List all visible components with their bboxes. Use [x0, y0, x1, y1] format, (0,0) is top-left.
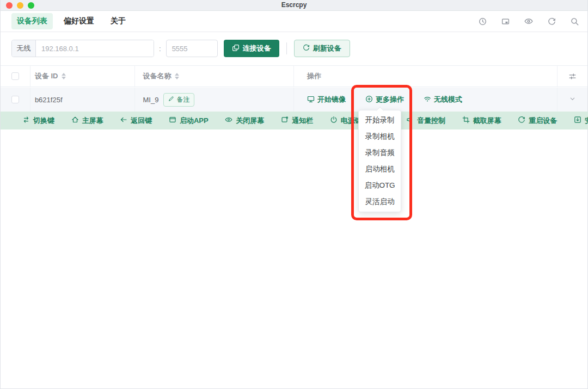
connect-icon [232, 44, 240, 53]
ip-address-input[interactable] [36, 40, 154, 57]
monitor-icon [307, 95, 315, 104]
close-screen-button[interactable]: 关闭屏幕 [225, 116, 264, 126]
launch-app-button[interactable]: 启动APP [169, 116, 209, 126]
app-window: Escrcpy 设备列表 偏好设置 关于 无线 [0, 0, 588, 389]
switch-icon [22, 116, 30, 125]
more-actions-dropdown: 开始录制 录制相机 录制音频 启动相机 启动OTG 灵活启动 [358, 110, 401, 212]
titlebar: Escrcpy [1, 0, 587, 11]
sort-icon[interactable] [62, 73, 66, 79]
menu-item-launch-camera[interactable]: 启动相机 [359, 161, 401, 177]
restart-icon [518, 116, 525, 125]
table-header: 设备 ID 设备名称 操作 [1, 65, 587, 87]
device-id-cell: b621f25f [30, 88, 135, 112]
menu-item-start-recording[interactable]: 开始录制 [359, 112, 401, 128]
column-settings-icon[interactable] [558, 66, 587, 87]
eye-off-icon [225, 116, 232, 125]
switch-keys-button[interactable]: 切换键 [22, 116, 54, 126]
divider [286, 42, 287, 54]
connection-bar: 无线 : 连接设备 刷新设备 [11, 40, 350, 57]
header-actions: 操作 [294, 66, 558, 87]
device-name-cell: MI_9 备注 [135, 88, 294, 112]
back-key-button[interactable]: 返回键 [120, 116, 152, 126]
eye-icon[interactable] [524, 17, 533, 26]
menu-item-launch-otg[interactable]: 启动OTG [359, 177, 401, 194]
tab-preferences[interactable]: 偏好设置 [58, 13, 100, 29]
start-mirror-button[interactable]: 开始镜像 [307, 95, 346, 104]
menu-item-record-audio[interactable]: 录制音频 [359, 145, 401, 161]
row-actions-cell: 开始镜像 更多操作 无线模式 [294, 88, 558, 112]
port-input[interactable] [166, 40, 218, 57]
menu-item-record-camera[interactable]: 录制相机 [359, 128, 401, 145]
wireless-mode-label: 无线 [12, 40, 36, 57]
restart-device-button[interactable]: 重启设备 [518, 116, 557, 126]
edit-note-button[interactable]: 备注 [163, 93, 194, 107]
wireless-mode-button[interactable]: 无线模式 [424, 95, 462, 104]
table-row: b621f25f MI_9 备注 开始镜像 [1, 88, 587, 112]
menu-item-flexible-launch[interactable]: 灵活启动 [359, 194, 401, 210]
expand-row-button[interactable] [558, 88, 587, 112]
plus-circle-icon [365, 95, 373, 104]
volume-icon [406, 116, 414, 125]
ip-input-group: 无线 [11, 40, 154, 57]
floating-window-icon[interactable] [501, 17, 510, 26]
arrow-left-icon [120, 116, 127, 125]
install-app-button[interactable]: 安 [574, 116, 588, 126]
chevron-down-icon [569, 95, 576, 104]
notification-icon [281, 116, 289, 125]
search-icon[interactable] [571, 17, 579, 26]
ip-port-separator: : [159, 45, 161, 53]
crop-icon [462, 116, 470, 125]
sort-icon[interactable] [175, 73, 179, 79]
connect-device-button[interactable]: 连接设备 [224, 40, 279, 57]
header-device-name[interactable]: 设备名称 [135, 66, 294, 87]
tab-bar: 设备列表 偏好设置 关于 [1, 11, 587, 32]
refresh-icon [303, 44, 310, 53]
power-key-button[interactable]: 电源键 [330, 116, 362, 126]
more-actions-button[interactable]: 更多操作 [365, 95, 404, 104]
volume-control-button[interactable]: 音量控制 [406, 116, 445, 126]
screenshot-button[interactable]: 截取屏幕 [462, 116, 501, 126]
home-icon [71, 116, 79, 125]
reload-icon[interactable] [548, 17, 556, 26]
wifi-icon [424, 95, 431, 104]
refresh-devices-button[interactable]: 刷新设备 [294, 40, 350, 57]
row-checkbox[interactable] [11, 96, 19, 103]
home-screen-button[interactable]: 主屏幕 [71, 116, 103, 126]
app-window-icon [169, 116, 176, 125]
history-clock-icon[interactable] [479, 17, 487, 26]
device-name: MI_9 [143, 96, 159, 104]
tab-about[interactable]: 关于 [105, 13, 131, 29]
window-title: Escrcpy [1, 1, 587, 9]
install-icon [574, 116, 581, 125]
tab-device-list[interactable]: 设备列表 [11, 13, 53, 29]
power-icon [330, 116, 338, 125]
pencil-icon [168, 96, 174, 103]
device-toolbar: 切换键 主屏幕 返回键 启动APP 关闭屏幕 通知栏 [1, 112, 588, 129]
notification-bar-button[interactable]: 通知栏 [281, 116, 313, 126]
header-device-id[interactable]: 设备 ID [30, 66, 135, 87]
select-all-checkbox[interactable] [11, 72, 19, 80]
